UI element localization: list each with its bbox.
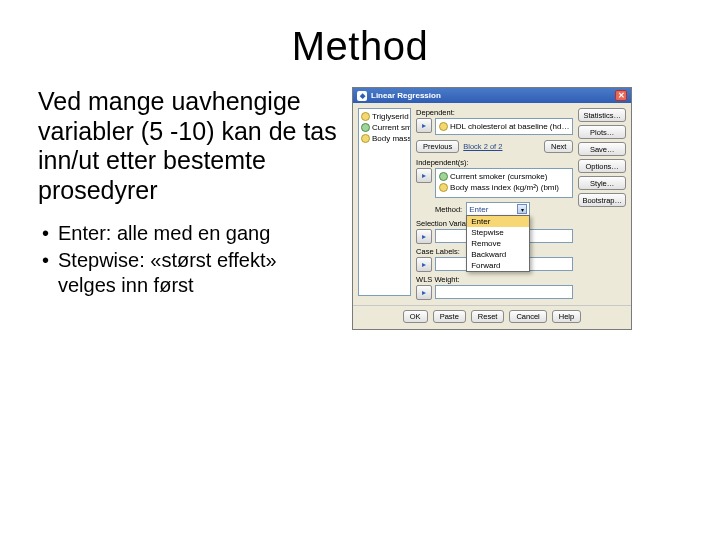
independent-field[interactable]: Current smoker (cursmoke) Body mass inde…: [435, 168, 573, 198]
method-option[interactable]: Backward: [467, 249, 529, 260]
variable-item[interactable]: Current smoker (curs…: [361, 122, 408, 133]
dependent-field[interactable]: HDL cholesterol at baseline (hd…: [435, 118, 573, 135]
variable-item[interactable]: Current smoker (cursmoke): [439, 171, 569, 182]
block-label: Block 2 of 2: [463, 142, 540, 151]
scale-icon: [439, 183, 448, 192]
previous-button[interactable]: Previous: [416, 140, 459, 153]
app-icon: ◆: [357, 91, 367, 101]
text-column: Ved mange uavhengige variabler (5 -10) k…: [38, 87, 338, 330]
method-value: Enter: [469, 205, 488, 214]
next-button[interactable]: Next: [544, 140, 573, 153]
spss-dialog: ◆ Linear Regression ✕ Triglyserid (tric): [352, 87, 632, 330]
method-menu: Enter Stepwise Remove Backward Forward: [466, 215, 530, 272]
variable-label: Triglyserid (tric): [372, 112, 411, 121]
nominal-icon: [361, 123, 370, 132]
dependent-value: HDL cholesterol at baseline (hd…: [450, 122, 569, 131]
spss-column: ◆ Linear Regression ✕ Triglyserid (tric): [352, 87, 682, 330]
save-button[interactable]: Save…: [578, 142, 626, 156]
method-dropdown-wrap: Enter ▾ Enter Stepwise Remove Backward F…: [466, 202, 530, 216]
statistics-button[interactable]: Statistics…: [578, 108, 626, 122]
method-option[interactable]: Remove: [467, 238, 529, 249]
block-bar: Previous Block 2 of 2 Next: [416, 140, 573, 153]
variable-item[interactable]: Body mass index (kg/m²) (bmi): [439, 182, 569, 193]
variable-label: Current smoker (curs…: [372, 123, 411, 132]
list-item: Stepwise: «størst effekt» velges inn før…: [38, 248, 338, 298]
columns: Ved mange uavhengige variabler (5 -10) k…: [38, 87, 682, 330]
source-variable-list[interactable]: Triglyserid (tric) Current smoker (curs……: [358, 108, 411, 296]
center-panel: Dependent: ▸ HDL cholesterol at baseline…: [416, 108, 573, 300]
scale-icon: [439, 122, 448, 131]
independent-label: Independent(s):: [416, 158, 573, 167]
bootstrap-button[interactable]: Bootstrap…: [578, 193, 626, 207]
variable-label: Body mass index (kg/m²) (bmi): [450, 183, 559, 192]
transfer-arrow-button[interactable]: ▸: [416, 285, 432, 300]
paste-button[interactable]: Paste: [433, 310, 466, 323]
scale-icon: [361, 134, 370, 143]
ok-button[interactable]: OK: [403, 310, 428, 323]
title-bar: ◆ Linear Regression ✕: [353, 88, 631, 103]
cancel-button[interactable]: Cancel: [509, 310, 546, 323]
chevron-down-icon: ▾: [517, 204, 527, 214]
method-row: Method: Enter ▾ Enter Stepwise Remove: [416, 202, 573, 216]
right-button-column: Statistics… Plots… Save… Options… Style……: [578, 108, 626, 300]
method-dropdown[interactable]: Enter ▾: [466, 202, 530, 216]
method-label: Method:: [435, 205, 462, 214]
close-button[interactable]: ✕: [615, 90, 627, 101]
nominal-icon: [439, 172, 448, 181]
slide: Method Ved mange uavhengige variabler (5…: [0, 0, 720, 540]
bullet-list: Enter: alle med en gang Stepwise: «størs…: [38, 221, 338, 298]
method-option[interactable]: Enter: [467, 216, 529, 227]
dependent-label: Dependent:: [416, 108, 573, 117]
variable-label: Current smoker (cursmoke): [450, 172, 547, 181]
list-item: Enter: alle med en gang: [38, 221, 338, 246]
help-button[interactable]: Help: [552, 310, 581, 323]
scale-icon: [361, 112, 370, 121]
transfer-arrow-button[interactable]: ▸: [416, 257, 432, 272]
variable-label: Body mass index (kg…: [372, 134, 411, 143]
dialog-body: Triglyserid (tric) Current smoker (curs……: [353, 103, 631, 305]
window-title: Linear Regression: [371, 91, 441, 100]
transfer-arrow-button[interactable]: ▸: [416, 118, 432, 133]
plots-button[interactable]: Plots…: [578, 125, 626, 139]
variable-item[interactable]: Triglyserid (tric): [361, 111, 408, 122]
options-button[interactable]: Options…: [578, 159, 626, 173]
transfer-arrow-button[interactable]: ▸: [416, 168, 432, 183]
dialog-footer: OK Paste Reset Cancel Help: [353, 305, 631, 329]
style-button[interactable]: Style…: [578, 176, 626, 190]
method-option[interactable]: Stepwise: [467, 227, 529, 238]
intro-text: Ved mange uavhengige variabler (5 -10) k…: [38, 87, 338, 205]
method-option[interactable]: Forward: [467, 260, 529, 271]
variable-item[interactable]: Body mass index (kg…: [361, 133, 408, 144]
wls-field[interactable]: [435, 285, 573, 299]
transfer-arrow-button[interactable]: ▸: [416, 229, 432, 244]
slide-title: Method: [38, 24, 682, 69]
reset-button[interactable]: Reset: [471, 310, 505, 323]
wls-label: WLS Weight:: [416, 275, 573, 284]
